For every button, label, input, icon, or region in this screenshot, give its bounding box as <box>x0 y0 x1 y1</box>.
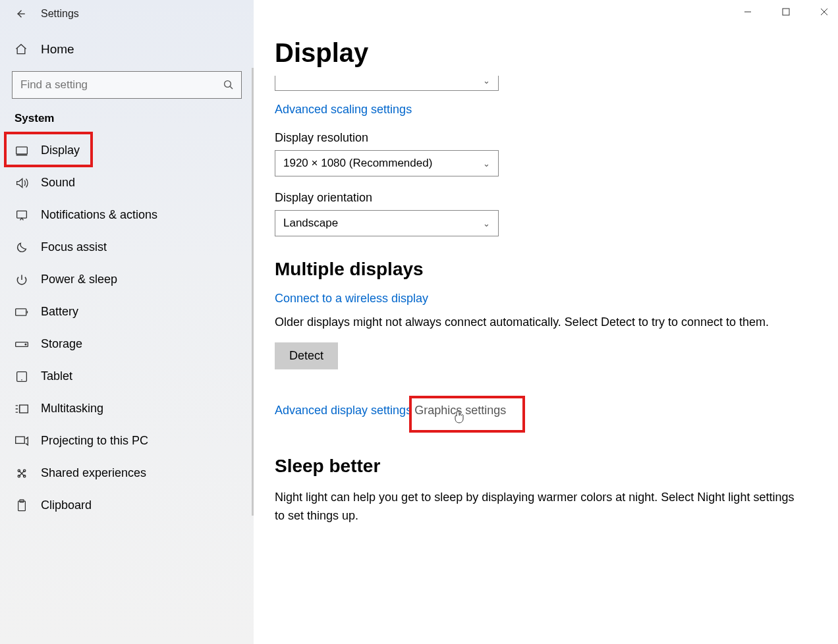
category-label: System <box>0 109 254 134</box>
scale-dropdown-value: 125% (Recommended) <box>283 76 399 77</box>
advanced-display-link[interactable]: Advanced display settings <box>275 404 412 417</box>
sidebar-item-label: Projecting to this PC <box>41 434 148 448</box>
advanced-scaling-link[interactable]: Advanced scaling settings <box>275 103 412 117</box>
sidebar-item-focus-assist[interactable]: Focus assist <box>0 231 254 263</box>
chevron-down-icon: ⌄ <box>483 76 490 86</box>
sidebar-item-label: Display <box>41 144 80 157</box>
power-icon <box>14 273 29 286</box>
detect-button[interactable]: Detect <box>275 342 338 369</box>
orientation-dropdown[interactable]: Landscape ⌄ <box>275 210 499 236</box>
connect-wireless-link[interactable]: Connect to a wireless display <box>275 292 428 306</box>
resolution-label: Display resolution <box>275 131 812 145</box>
orientation-dropdown-value: Landscape <box>283 217 338 230</box>
shared-icon <box>14 467 29 480</box>
svg-rect-1 <box>16 147 28 154</box>
search-container <box>0 71 254 109</box>
scale-dropdown[interactable]: 125% (Recommended) ⌄ <box>275 76 499 91</box>
sidebar-item-multitasking[interactable]: Multitasking <box>0 392 254 425</box>
sidebar-item-storage[interactable]: Storage <box>0 328 254 360</box>
sound-icon <box>14 177 29 189</box>
svg-rect-3 <box>16 308 26 315</box>
sidebar-item-label: Power & sleep <box>41 273 117 286</box>
tablet-icon <box>14 371 29 383</box>
sidebar-item-label: Sound <box>41 176 75 190</box>
svg-point-0 <box>225 81 231 88</box>
search-box[interactable] <box>12 71 242 99</box>
clipboard-icon <box>14 499 29 512</box>
multiple-displays-heading: Multiple displays <box>275 259 812 280</box>
battery-icon <box>14 308 29 317</box>
svg-rect-2 <box>17 211 27 218</box>
sidebar-item-sound[interactable]: Sound <box>0 167 254 199</box>
svg-rect-15 <box>783 9 789 15</box>
multitasking-icon <box>14 403 29 415</box>
display-icon <box>14 146 29 156</box>
sidebar-item-label: Focus assist <box>41 240 107 254</box>
sidebar-item-label: Multitasking <box>41 402 103 416</box>
sidebar-item-shared-experiences[interactable]: Shared experiences <box>0 457 254 489</box>
svg-rect-13 <box>18 501 26 511</box>
back-arrow-icon[interactable] <box>14 8 26 20</box>
svg-rect-8 <box>16 437 25 443</box>
focus-assist-icon <box>14 241 29 254</box>
notifications-icon <box>14 209 29 221</box>
sidebar-item-display[interactable]: Display <box>0 134 254 167</box>
sidebar-item-label: Storage <box>41 337 82 351</box>
search-input[interactable] <box>20 78 217 92</box>
sidebar-item-power-sleep[interactable]: Power & sleep <box>0 263 254 296</box>
sidebar-item-tablet[interactable]: Tablet <box>0 360 254 392</box>
page-title: Display <box>275 38 812 68</box>
resolution-dropdown-value: 1920 × 1080 (Recommended) <box>283 157 432 170</box>
app-title: Settings <box>41 8 79 20</box>
resolution-dropdown[interactable]: 1920 × 1080 (Recommended) ⌄ <box>275 150 499 176</box>
projecting-icon <box>14 435 29 447</box>
window-close-button[interactable] <box>814 4 834 20</box>
nav-home-label: Home <box>41 42 74 57</box>
chevron-down-icon: ⌄ <box>483 219 490 228</box>
sidebar-item-label: Tablet <box>41 369 72 383</box>
sidebar: Settings Home System Display <box>0 0 254 644</box>
nav-list: Display Sound Notifications & actions Fo… <box>0 134 254 522</box>
home-icon <box>14 43 29 56</box>
titlebar: Settings <box>0 8 254 36</box>
window-maximize-button[interactable] <box>776 4 796 20</box>
sidebar-item-projecting[interactable]: Projecting to this PC <box>0 425 254 457</box>
svg-rect-7 <box>20 405 28 413</box>
window-controls <box>738 4 834 20</box>
sidebar-item-notifications[interactable]: Notifications & actions <box>0 199 254 231</box>
chevron-down-icon: ⌄ <box>483 159 490 169</box>
svg-point-5 <box>25 344 26 345</box>
sidebar-item-label: Clipboard <box>41 498 92 512</box>
detect-hint-text: Older displays might not always connect … <box>275 313 795 332</box>
sidebar-item-label: Notifications & actions <box>41 208 157 222</box>
sidebar-item-label: Battery <box>41 305 78 319</box>
sleep-better-text: Night light can help you get to sleep by… <box>275 489 795 525</box>
search-icon <box>223 79 235 91</box>
orientation-label: Display orientation <box>275 191 812 205</box>
main-content: Display 125% (Recommended) ⌄ Advanced sc… <box>254 0 838 644</box>
sleep-better-heading: Sleep better <box>275 456 812 477</box>
sidebar-item-label: Shared experiences <box>41 466 146 480</box>
graphics-settings-container: Graphics settings <box>414 404 506 417</box>
sidebar-item-battery[interactable]: Battery <box>0 296 254 328</box>
graphics-settings-link[interactable]: Graphics settings <box>414 404 506 417</box>
window-minimize-button[interactable] <box>738 4 758 20</box>
sidebar-item-clipboard[interactable]: Clipboard <box>0 489 254 522</box>
storage-icon <box>14 340 29 349</box>
nav-home[interactable]: Home <box>0 36 254 63</box>
